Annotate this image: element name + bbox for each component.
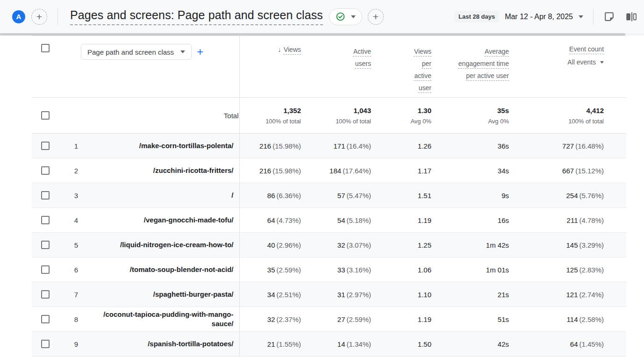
engagement-cell: 51s <box>432 307 509 332</box>
table-row: 6 /tomato-soup-blender-not-acid/ 35(2.59… <box>32 257 626 282</box>
column-header-views[interactable]: ↓Views <box>239 36 301 98</box>
page-path: /spanish-tortilla-potatoes/ <box>148 339 233 349</box>
row-checkbox-cell <box>32 233 61 257</box>
add-card-button[interactable]: + <box>368 9 384 25</box>
add-dimension-button[interactable]: + <box>197 46 203 57</box>
engagement-cell: 16s <box>432 208 509 233</box>
row-checkbox[interactable] <box>41 166 50 175</box>
page-path-cell: /liquid-nitrogen-ice-cream-how-to/ <box>79 233 239 257</box>
active-users-cell: 33(3.16%) <box>301 257 372 282</box>
row-checkbox[interactable] <box>41 241 50 249</box>
select-all-checkbox[interactable] <box>41 44 50 52</box>
views-per-user-cell: 1.26 <box>372 134 432 158</box>
table-row: 3 / 86(6.36%) 57(5.47%) 1.51 9s 254(5.76… <box>32 183 626 208</box>
page-path-cell: /vegan-gnocchi-made-tofu/ <box>79 208 239 233</box>
date-range-chevron-icon[interactable] <box>579 15 583 18</box>
row-checkbox[interactable] <box>41 191 50 200</box>
row-checkbox[interactable] <box>41 265 50 274</box>
chevron-down-icon <box>351 15 356 18</box>
engagement-cell: 1m 01s <box>432 257 509 282</box>
date-range-label[interactable]: Mar 12 - Apr 8, 2025 <box>505 13 573 21</box>
page-path: /liquid-nitrogen-ice-cream-how-to/ <box>120 240 234 250</box>
page-path-cell: /spaghetti-burger-pasta/ <box>79 282 239 307</box>
views-cell: 40(2.96%) <box>239 233 301 257</box>
page-path: / <box>231 191 233 200</box>
views-per-user-cell: 1.19 <box>372 208 432 233</box>
compare-button[interactable] <box>625 11 637 23</box>
plus-icon: + <box>373 12 379 21</box>
row-number: 2 <box>61 158 79 183</box>
events-cell: 114(2.58%) <box>509 307 626 332</box>
row-checkbox[interactable] <box>41 216 50 224</box>
table-row: 5 /liquid-nitrogen-ice-cream-how-to/ 40(… <box>32 233 626 257</box>
views-per-user-cell: 1.19 <box>372 307 432 332</box>
views-per-user-cell: 1.51 <box>372 183 432 208</box>
events-cell: 211(4.78%) <box>509 208 626 233</box>
row-number: 4 <box>61 208 79 233</box>
views-cell: 32(2.37%) <box>239 307 301 332</box>
total-engagement: 35s Avg 0% <box>432 98 509 134</box>
page-path: /spaghetti-burger-pasta/ <box>153 290 234 299</box>
table-row: 1 /make-corn-tortillas-polenta/ 216(15.9… <box>32 134 626 158</box>
active-users-cell: 31(2.97%) <box>301 282 372 307</box>
active-users-cell: 54(5.18%) <box>301 208 372 233</box>
row-number: 7 <box>61 282 79 307</box>
table-row: 7 /spaghetti-burger-pasta/ 34(2.51%) 31(… <box>32 282 626 307</box>
column-header-active-users[interactable]: Active users <box>301 36 372 98</box>
event-count-header-label: Event count <box>569 45 604 53</box>
page-path-cell: /spanish-tortilla-potatoes/ <box>79 332 239 357</box>
date-preset-badge: Last 28 days <box>455 11 499 22</box>
row-checkbox-cell <box>32 332 61 357</box>
sort-descending-icon: ↓ <box>278 45 281 53</box>
row-checkbox-cell <box>32 257 61 282</box>
row-checkbox[interactable] <box>41 290 50 299</box>
events-cell: 64(1.45%) <box>509 332 626 357</box>
avg-engagement-header-label: Average engagement time per active user <box>452 45 509 82</box>
views-per-user-cell: 1.25 <box>372 233 432 257</box>
engagement-cell: 36s <box>432 134 509 158</box>
column-header-event-count[interactable]: Event count All events <box>509 36 626 98</box>
events-cell: 125(2.83%) <box>509 257 626 282</box>
row-checkbox-cell <box>32 134 61 158</box>
table-row: 2 /zucchini-ricotta-fritters/ 216(15.98%… <box>32 158 626 183</box>
active-users-header-label: Active users <box>344 45 371 70</box>
card-status-dropdown[interactable] <box>329 8 362 25</box>
column-header-views-per-active-user[interactable]: Views per active user <box>372 36 432 98</box>
row-checkbox-cell <box>32 158 61 183</box>
total-events: 4,412 100% of total <box>509 98 626 134</box>
active-users-cell: 32(3.07%) <box>301 233 372 257</box>
events-cell: 121(2.74%) <box>509 282 626 307</box>
chevron-down-icon <box>180 50 185 53</box>
row-number: 5 <box>61 233 79 257</box>
total-checkbox[interactable] <box>41 111 50 120</box>
row-checkbox-cell <box>32 183 61 208</box>
avatar[interactable]: A <box>12 10 25 23</box>
page-path-cell: / <box>79 183 239 208</box>
views-header-label: Views <box>284 46 301 53</box>
row-checkbox[interactable] <box>41 142 50 150</box>
note-button[interactable] <box>603 11 615 22</box>
events-cell: 727(16.48%) <box>509 134 626 158</box>
views-per-user-header-label: Views per active user <box>405 45 431 94</box>
row-number: 1 <box>61 134 79 158</box>
total-views-per-user: 1.30 Avg 0% <box>372 98 432 134</box>
table-row: 9 /spanish-tortilla-potatoes/ 21(1.55%) … <box>32 332 626 357</box>
total-checkbox-cell <box>32 98 61 134</box>
report-table: Page path and screen class + ↓Views Acti… <box>32 36 626 357</box>
column-header-avg-engagement[interactable]: Average engagement time per active user <box>432 36 509 98</box>
dimension-dropdown-label: Page path and screen class <box>87 48 174 56</box>
add-tab-button[interactable]: + <box>31 9 47 25</box>
views-per-user-cell: 1.06 <box>372 257 432 282</box>
table-total: Total 1,352 100% of total 1,043 100% of … <box>32 98 626 134</box>
dimension-dropdown[interactable]: Page path and screen class <box>81 44 192 60</box>
active-users-cell: 57(5.47%) <box>301 183 372 208</box>
row-checkbox[interactable] <box>41 315 50 323</box>
row-checkbox[interactable] <box>41 340 50 348</box>
table-row: 4 /vegan-gnocchi-made-tofu/ 64(4.73%) 54… <box>32 208 626 233</box>
page-path: /zucchini-ricotta-fritters/ <box>153 166 234 175</box>
engagement-cell: 34s <box>432 158 509 183</box>
event-filter-dropdown[interactable]: All events <box>510 58 604 66</box>
row-checkbox-cell <box>32 282 61 307</box>
report-title[interactable]: Pages and screens: Page path and screen … <box>70 8 323 25</box>
page-path: /tomato-soup-blender-not-acid/ <box>130 265 234 274</box>
